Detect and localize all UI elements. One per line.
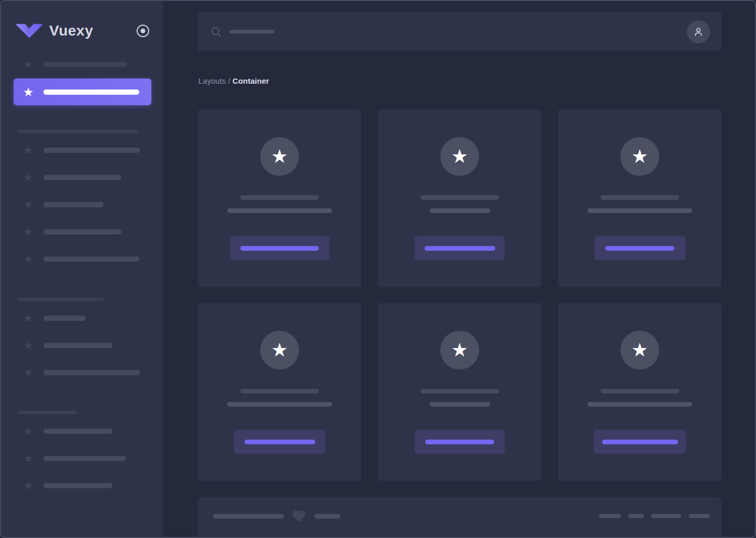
- sidebar-menu-item-active[interactable]: ★: [14, 79, 151, 105]
- sidebar-menu-item[interactable]: ★: [1, 198, 163, 211]
- sidebar-menu-item[interactable]: ★: [1, 452, 163, 465]
- star-icon: ★: [22, 366, 35, 379]
- star-icon: ★: [271, 137, 288, 176]
- button-label-bar: [605, 246, 674, 251]
- breadcrumb-section[interactable]: Layouts: [198, 76, 226, 85]
- sidebar-menu-item[interactable]: ★: [1, 171, 163, 184]
- star-icon: ★: [22, 226, 35, 238]
- section-items: ★ ★ ★: [1, 312, 163, 379]
- sidebar-menu-item[interactable]: ★: [1, 58, 163, 71]
- footer-bar: [198, 497, 721, 538]
- star-icon: ★: [271, 331, 288, 369]
- card-subtitle-bar: [587, 208, 692, 213]
- footer-link-bar[interactable]: [599, 514, 621, 518]
- card-action-button[interactable]: [234, 430, 325, 454]
- card-title-bar: [601, 389, 679, 394]
- footer-link-bar[interactable]: [688, 514, 710, 518]
- card-action-button[interactable]: [415, 236, 505, 260]
- star-avatar: ★: [440, 331, 479, 369]
- sidebar-menu-item[interactable]: ★: [1, 226, 163, 238]
- star-icon: ★: [451, 331, 468, 369]
- search-placeholder-bar: [229, 30, 274, 33]
- sidebar-pin-toggle-icon[interactable]: [136, 24, 150, 38]
- star-icon: ★: [22, 58, 35, 71]
- sidebar-section: ★ ★ ★: [1, 411, 163, 492]
- menu-item-bar: [43, 229, 121, 234]
- app-window: Vuexy ★ ★ ★ ★ ★ ★ ★: [0, 0, 756, 538]
- star-avatar: ★: [620, 331, 659, 369]
- star-icon: ★: [22, 171, 35, 184]
- brand-header: Vuexy: [16, 21, 150, 41]
- sidebar-section: ★ ★ ★: [1, 298, 163, 379]
- button-label-bar: [602, 440, 678, 444]
- feature-card: ★: [198, 303, 361, 481]
- feature-card: ★: [378, 109, 541, 287]
- star-avatar: ★: [440, 137, 479, 176]
- footer-text-bar: [213, 514, 284, 519]
- brand-name: Vuexy: [49, 23, 93, 39]
- feature-card: ★: [558, 303, 721, 481]
- card-title-bar: [240, 195, 319, 200]
- sidebar-menu-item[interactable]: ★: [1, 144, 163, 156]
- card-action-button[interactable]: [230, 236, 329, 260]
- user-icon: [693, 26, 704, 38]
- star-icon: ★: [22, 452, 35, 465]
- menu-item-bar: [43, 370, 140, 375]
- card-subtitle-bar: [430, 208, 490, 213]
- card-title-bar: [240, 389, 319, 394]
- breadcrumb-separator: /: [228, 76, 230, 85]
- breadcrumb-current: Container: [232, 76, 269, 85]
- global-search-bar[interactable]: [198, 12, 721, 51]
- card-subtitle-bar: [587, 402, 692, 407]
- cards-grid: ★ ★ ★ ★: [198, 109, 721, 481]
- sidebar-menu-item[interactable]: ★: [1, 479, 163, 492]
- star-avatar: ★: [260, 331, 299, 369]
- sidebar-section: ★ ★ ★ ★ ★: [1, 130, 163, 265]
- section-items: ★ ★ ★ ★ ★: [1, 144, 163, 265]
- menu-item-bar: [43, 202, 104, 207]
- sidebar-menu-item[interactable]: ★: [1, 312, 163, 324]
- card-title-bar: [420, 195, 499, 200]
- heart-icon: [292, 509, 306, 523]
- button-label-bar: [425, 246, 495, 251]
- section-header-bar: [18, 130, 139, 133]
- menu-item-bar: [43, 343, 113, 348]
- star-avatar: ★: [260, 137, 299, 176]
- menu-item-bar: [43, 62, 127, 67]
- star-icon: ★: [631, 137, 648, 176]
- sidebar-menu-item[interactable]: ★: [1, 253, 163, 265]
- section-header-bar: [18, 298, 104, 301]
- vuexy-logo-icon: [16, 21, 42, 41]
- card-action-button[interactable]: [595, 236, 685, 260]
- star-icon: ★: [22, 479, 35, 492]
- section-header-bar: [18, 411, 77, 414]
- card-action-button[interactable]: [415, 430, 505, 454]
- star-icon: ★: [22, 253, 35, 265]
- feature-card: ★: [378, 303, 541, 481]
- sidebar-menu-item[interactable]: ★: [1, 425, 163, 438]
- user-avatar-button[interactable]: [687, 20, 710, 43]
- star-avatar: ★: [620, 137, 659, 176]
- menu-item-bar: [43, 316, 86, 321]
- star-icon: ★: [631, 331, 648, 369]
- footer-text-bar: [314, 514, 340, 519]
- card-action-button[interactable]: [594, 430, 686, 454]
- menu-item-bar: [43, 148, 140, 153]
- menu-item-bar: [43, 175, 121, 180]
- card-title-bar: [420, 389, 499, 394]
- footer-link-bar[interactable]: [651, 514, 681, 518]
- sidebar: Vuexy ★ ★ ★ ★ ★ ★ ★: [1, 1, 163, 537]
- card-subtitle-bar: [227, 402, 332, 407]
- menu-item-bar: [43, 429, 113, 434]
- star-icon: ★: [22, 425, 35, 438]
- menu-item-bar: [43, 483, 113, 488]
- button-label-bar: [244, 440, 315, 444]
- sidebar-menu-item[interactable]: ★: [1, 339, 163, 352]
- star-icon: ★: [22, 144, 35, 156]
- sidebar-sections: ★ ★ ★ ★ ★ ★ ★ ★ ★ ★: [1, 130, 163, 492]
- breadcrumb: Layouts / Container: [198, 76, 269, 85]
- footer-link-bar[interactable]: [628, 514, 644, 518]
- sidebar-menu-item[interactable]: ★: [1, 366, 163, 379]
- star-icon: ★: [451, 137, 468, 176]
- menu-item-bar: [43, 456, 126, 461]
